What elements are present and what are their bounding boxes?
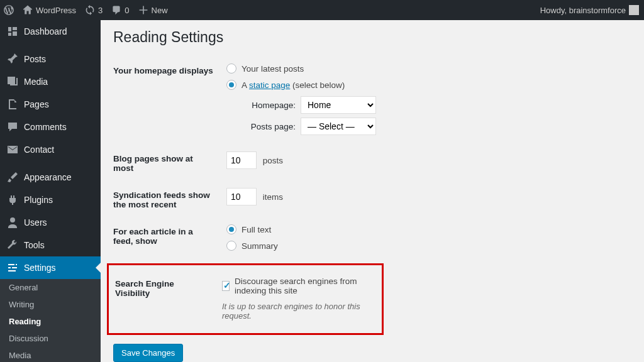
page-title: Reading Settings [113, 29, 631, 46]
settings-submenu: General Writing Reading Discussion Media… [0, 279, 101, 362]
updates-icon [85, 5, 95, 15]
sidebar-item-label: Plugins [24, 195, 53, 205]
blog-pages-input[interactable] [226, 151, 257, 169]
site-name-link[interactable]: WordPress [23, 5, 76, 15]
sidebar-item-label: Media [24, 77, 48, 87]
wordpress-icon [4, 5, 14, 15]
sidebar-item-label: Users [24, 217, 47, 228]
radio-static-page-label: A static page (select below) [242, 80, 345, 90]
submenu-discussion[interactable]: Discussion [0, 330, 101, 347]
sidebar-item-label: Posts [24, 54, 46, 64]
radio-full-text-label: Full text [242, 225, 271, 234]
homepage-select-label: Homepage: [245, 101, 296, 110]
syndication-label: Syndication feeds show the most recent [113, 182, 220, 218]
sev-checkbox[interactable] [222, 281, 230, 291]
wp-logo[interactable] [4, 5, 14, 15]
search-engine-visibility-highlight: Search Engine Visibility Discourage sear… [107, 263, 384, 335]
pin-icon [6, 53, 19, 65]
avatar [629, 5, 639, 15]
sidebar-item-settings[interactable]: Settings [0, 256, 101, 279]
blog-pages-label: Blog pages show at most [113, 145, 220, 182]
my-account-link[interactable]: Howdy, brainstormforce [540, 5, 639, 15]
radio-summary-label: Summary [242, 241, 278, 251]
static-page-link[interactable]: static page [249, 80, 290, 90]
new-content-link[interactable]: New [138, 5, 168, 15]
comments-count: 0 [125, 6, 129, 15]
wrench-icon [6, 239, 19, 251]
sev-checkbox-label: Discourage search engines from indexing … [235, 277, 369, 295]
homepage-displays-label: Your homepage displays [113, 57, 220, 145]
mail-icon [6, 143, 19, 156]
sidebar-item-label: Appearance [24, 172, 72, 182]
submenu-writing[interactable]: Writing [0, 296, 101, 313]
chat-icon [6, 121, 19, 133]
sidebar-item-media[interactable]: Media [0, 70, 101, 93]
sev-description: It is up to search engines to honor this… [222, 302, 369, 321]
sidebar-item-tools[interactable]: Tools [0, 234, 101, 256]
feed-label: For each article in a feed, show [113, 218, 220, 263]
sidebar-item-plugins[interactable]: Plugins [0, 189, 101, 211]
page-content: Reading Settings Your homepage displays … [101, 20, 644, 362]
postspage-select[interactable]: — Select — [301, 118, 376, 135]
homepage-select[interactable]: Home [301, 96, 376, 114]
sidebar-item-label: Tools [24, 240, 45, 250]
new-label: New [152, 6, 168, 15]
user-icon [6, 216, 19, 229]
postspage-select-label: Posts page: [245, 122, 296, 131]
dashboard-icon [6, 25, 19, 38]
sidebar-item-label: Contact [24, 145, 54, 155]
plug-icon [6, 194, 19, 206]
sidebar-item-contact[interactable]: Contact [0, 138, 101, 161]
sidebar-item-label: Settings [24, 263, 56, 273]
sidebar-item-appearance[interactable]: Appearance [0, 166, 101, 189]
radio-summary[interactable] [226, 241, 236, 251]
updates-count: 3 [98, 6, 103, 15]
sidebar-item-dashboard[interactable]: Dashboard [0, 20, 101, 43]
submenu-reading[interactable]: Reading [0, 313, 101, 330]
syndication-unit: items [263, 192, 283, 202]
radio-static-page[interactable] [226, 80, 236, 90]
sidebar-item-posts[interactable]: Posts [0, 48, 101, 70]
home-icon [23, 5, 33, 15]
howdy-label: Howdy, brainstormforce [540, 6, 626, 15]
submenu-media[interactable]: Media [0, 347, 101, 362]
sidebar-item-label: Pages [24, 99, 49, 109]
sidebar-item-pages[interactable]: Pages [0, 93, 101, 116]
comments-icon [111, 5, 121, 15]
pages-icon [6, 98, 19, 111]
media-icon [6, 75, 19, 88]
comments-link[interactable]: 0 [111, 5, 129, 15]
sidebar-item-label: Comments [24, 122, 67, 132]
syndication-input[interactable] [226, 188, 257, 206]
site-name-label: WordPress [36, 6, 76, 15]
submenu-general[interactable]: General [0, 279, 101, 296]
admin-sidebar: Dashboard Posts Media Pages Comments Con… [0, 20, 101, 362]
sidebar-item-comments[interactable]: Comments [0, 116, 101, 138]
radio-full-text[interactable] [226, 224, 236, 234]
radio-latest-posts-label: Your latest posts [242, 64, 304, 74]
save-changes-button[interactable]: Save Changes [113, 344, 183, 362]
sidebar-item-users[interactable]: Users [0, 211, 101, 234]
settings-sliders-icon [6, 261, 19, 274]
sev-label: Search Engine Visibility [115, 270, 216, 327]
sidebar-item-label: Dashboard [24, 26, 67, 36]
plus-icon [138, 5, 148, 15]
blog-pages-unit: posts [263, 156, 283, 165]
radio-latest-posts[interactable] [226, 63, 236, 74]
brush-icon [6, 171, 19, 184]
updates-link[interactable]: 3 [85, 5, 103, 15]
